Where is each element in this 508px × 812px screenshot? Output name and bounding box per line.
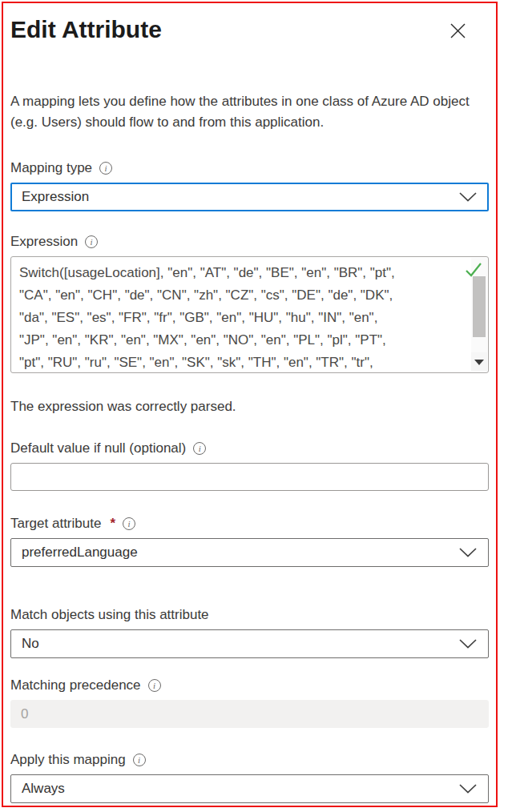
close-button[interactable] [445,18,471,44]
matching-precedence-group: Matching precedence i [10,677,489,728]
panel-description: A mapping lets you define how the attrib… [10,91,479,133]
panel-header: Edit Attribute [10,14,489,45]
matching-precedence-label: Matching precedence [10,677,141,693]
chevron-down-icon [459,639,477,649]
expression-label: Expression [10,234,78,250]
default-value-input[interactable] [10,463,489,491]
close-icon [448,21,468,41]
expression-text: Switch([usageLocation], "en", "AT", "de"… [11,259,469,372]
info-icon[interactable]: i [148,679,161,692]
parse-status-text: The expression was correctly parsed. [10,399,489,415]
edit-attribute-panel: Edit Attribute A mapping lets you define… [2,2,498,807]
apply-mapping-value: Always [22,781,65,797]
apply-mapping-group: Apply this mapping i Always [10,752,489,803]
expression-textarea[interactable]: Switch([usageLocation], "en", "AT", "de"… [10,256,489,373]
apply-mapping-dropdown[interactable]: Always [10,774,489,803]
required-asterisk: * [110,516,115,532]
default-value-group: Default value if null (optional) i [10,440,489,491]
scrollbar-thumb[interactable] [473,276,486,337]
scroll-down-arrow-icon [474,360,484,365]
target-attribute-dropdown[interactable]: preferredLanguage [10,538,489,567]
mapping-type-dropdown[interactable]: Expression [10,183,489,211]
match-objects-group: Match objects using this attribute No [10,607,489,658]
target-attribute-group: Target attribute * i preferredLanguage [10,516,489,567]
match-objects-label: Match objects using this attribute [10,607,209,623]
apply-mapping-label: Apply this mapping [10,752,126,768]
expression-group: Expression i Switch([usageLocation], "en… [10,234,489,373]
chevron-down-icon [459,784,477,794]
info-icon[interactable]: i [123,517,135,530]
matching-precedence-input [10,700,489,728]
info-icon[interactable]: i [85,235,98,248]
info-icon[interactable]: i [133,754,146,766]
target-attribute-label: Target attribute [10,516,101,532]
match-objects-dropdown[interactable]: No [10,629,489,658]
chevron-down-icon [459,192,477,202]
chevron-down-icon [459,548,477,557]
page-title: Edit Attribute [10,14,162,45]
mapping-type-value: Expression [22,189,89,205]
default-value-label: Default value if null (optional) [10,440,186,456]
match-objects-value: No [22,636,39,652]
mapping-type-label: Mapping type [10,160,92,176]
info-icon[interactable]: i [193,442,206,455]
scroll-down-button[interactable] [471,352,487,372]
info-icon[interactable]: i [99,162,112,175]
mapping-type-group: Mapping type i Expression [10,160,489,211]
validation-success-icon [464,261,483,279]
target-attribute-value: preferredLanguage [22,545,138,561]
